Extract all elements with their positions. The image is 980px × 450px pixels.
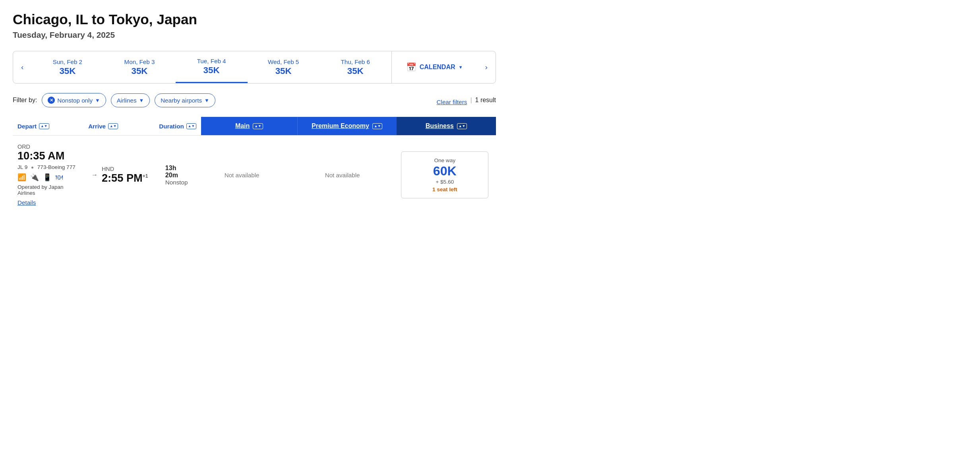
calendar-chevron-icon: ▼ (459, 65, 463, 70)
date-points: 35K (347, 66, 364, 76)
duration-time: 13h 20m (165, 165, 188, 179)
business-label: Business (426, 122, 454, 130)
date-item[interactable]: Sun, Feb 2 35K (31, 51, 103, 83)
date-label: Wed, Feb 5 (268, 58, 299, 65)
date-points: 35K (131, 66, 147, 76)
page-title: Chicago, IL to Tokyo, Japan (13, 11, 496, 28)
amenities-row: 📶 🔌 📱 🍽 (17, 173, 82, 182)
business-price-section[interactable]: One way 60K + $5.60 1 seat left (393, 151, 496, 198)
nonstop-remove-icon: ✕ (48, 97, 55, 104)
premium-availability: Not available (291, 172, 394, 178)
arrive-sort-icon: ▲▼ (108, 123, 118, 129)
date-item[interactable]: Wed, Feb 5 35K (248, 51, 320, 83)
duration-sort-icon: ▲▼ (186, 123, 196, 129)
col-duration-header[interactable]: Duration ▲▼ (154, 117, 201, 135)
nearby-airports-chevron-icon: ▼ (204, 97, 209, 103)
details-link[interactable]: Details (17, 199, 36, 206)
col-business-header[interactable]: Business ▲▼ (397, 117, 496, 135)
date-label: Mon, Feb 3 (124, 58, 155, 65)
seats-left-badge: 1 seat left (409, 186, 480, 192)
premium-label: Premium Economy (312, 122, 369, 130)
depart-time: 10:35 AM (17, 150, 82, 162)
filter-divider: | (470, 97, 472, 104)
arrive-label: Arrive (88, 123, 106, 130)
nonstop-filter-label: Nonstop only (57, 97, 93, 104)
wifi-icon: 📶 (17, 173, 26, 182)
col-arrive-header[interactable]: Arrive ▲▼ (83, 117, 154, 135)
main-label: Main (235, 122, 250, 130)
airlines-filter-label: Airlines (117, 97, 137, 104)
filter-label: Filter by: (13, 97, 37, 104)
flight-info: JL 9 773-Boeing 777 (17, 164, 82, 170)
operated-by: Operated by Japan Airlines (17, 184, 82, 196)
plus-days: +1 (143, 173, 148, 179)
arrive-time-value: 2:55 PM (102, 172, 143, 184)
prev-date-button[interactable]: ‹ (13, 51, 31, 83)
col-depart-header[interactable]: Depart ▲▼ (13, 117, 83, 135)
nearby-airports-filter-button[interactable]: Nearby airports ▼ (155, 93, 215, 107)
filter-results: Clear filters | 1 result (437, 95, 496, 105)
business-price-points: 60K (409, 164, 480, 178)
premium-sort-icon: ▲▼ (372, 123, 382, 129)
date-points: 35K (275, 66, 292, 76)
depart-label: Depart (17, 123, 37, 130)
nearby-airports-filter-label: Nearby airports (161, 97, 202, 104)
result-count: 1 result (475, 97, 496, 104)
aircraft-type: 773-Boeing 777 (37, 164, 76, 170)
dot-separator (31, 167, 33, 169)
calendar-icon: 📅 (406, 62, 416, 72)
date-points: 35K (59, 66, 76, 76)
col-premium-header[interactable]: Premium Economy ▲▼ (297, 117, 397, 135)
main-sort-icon: ▲▼ (253, 123, 263, 129)
arrive-airport-code: HND (102, 166, 148, 172)
power-icon: 🔌 (30, 173, 39, 182)
col-main-header[interactable]: Main ▲▼ (201, 117, 297, 135)
flight-duration: 13h 20m Nonstop (161, 165, 193, 186)
next-date-button[interactable]: › (477, 51, 496, 83)
entertainment-icon: 📱 (43, 173, 52, 182)
date-label: Tue, Feb 4 (197, 58, 226, 64)
date-item[interactable]: Tue, Feb 4 35K (176, 51, 248, 83)
flight-depart: ORD 10:35 AM JL 9 773-Boeing 777 📶 🔌 📱 🍽… (13, 144, 87, 206)
date-points: 35K (203, 65, 220, 76)
clear-filters-link[interactable]: Clear filters (437, 99, 467, 105)
page-subtitle: Tuesday, February 4, 2025 (13, 30, 496, 40)
date-item[interactable]: Mon, Feb 3 35K (103, 51, 175, 83)
flight-arrive: → HND 2:55 PM+1 (87, 166, 161, 184)
meal-icon: 🍽 (56, 173, 63, 182)
arrive-time: 2:55 PM+1 (102, 172, 148, 184)
business-sort-icon: ▲▼ (457, 123, 467, 129)
calendar-label: CALENDAR (420, 64, 455, 71)
duration-label: Duration (159, 123, 184, 130)
nonstop-chevron-icon: ▼ (95, 97, 100, 103)
date-label: Sun, Feb 2 (53, 58, 82, 65)
business-price-fees: + $5.60 (409, 179, 480, 185)
results-header: Depart ▲▼ Arrive ▲▼ Duration ▲▼ Main ▲▼ … (13, 117, 496, 135)
duration-type: Nonstop (165, 179, 188, 186)
date-nav: ‹ Sun, Feb 2 35K Mon, Feb 3 35K Tue, Feb… (13, 51, 496, 83)
date-item[interactable]: Thu, Feb 6 35K (320, 51, 391, 83)
flight-number: JL 9 (17, 164, 27, 170)
calendar-button[interactable]: 📅 CALENDAR ▼ (391, 51, 477, 83)
flight-arrow-icon: → (91, 171, 98, 178)
filter-row: Filter by: ✕ Nonstop only ▼ Airlines ▼ N… (13, 93, 496, 107)
date-nav-dates: Sun, Feb 2 35K Mon, Feb 3 35K Tue, Feb 4… (31, 51, 391, 83)
flight-row: ORD 10:35 AM JL 9 773-Boeing 777 📶 🔌 📱 🍽… (13, 135, 496, 214)
nonstop-filter-button[interactable]: ✕ Nonstop only ▼ (42, 93, 106, 107)
one-way-label: One way (409, 157, 480, 163)
depart-airport-code: ORD (17, 144, 82, 150)
airlines-filter-button[interactable]: Airlines ▼ (111, 93, 150, 107)
airlines-chevron-icon: ▼ (139, 97, 144, 103)
main-availability: Not available (192, 172, 291, 178)
date-label: Thu, Feb 6 (341, 58, 370, 65)
depart-sort-icon: ▲▼ (39, 123, 49, 129)
business-price-card[interactable]: One way 60K + $5.60 1 seat left (401, 151, 488, 198)
